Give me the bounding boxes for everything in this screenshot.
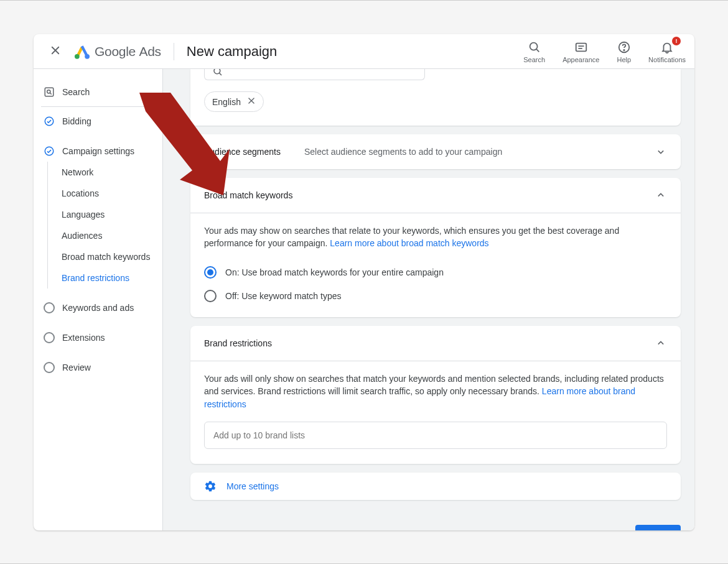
sidebar-item-keywords-ads[interactable]: Keywords and ads — [41, 297, 155, 318]
logo: Google Ads — [73, 44, 161, 59]
sidebar-review-label: Review — [62, 363, 91, 372]
chip-label: English — [212, 97, 241, 107]
svg-line-13 — [50, 93, 51, 94]
help-action[interactable]: Help — [617, 39, 631, 63]
broad-match-card: Broad match keywords Your ads may show o… — [190, 178, 681, 317]
page-title: New campaign — [187, 44, 278, 60]
sidebar-search-label: Search — [62, 87, 90, 97]
gear-icon — [204, 480, 217, 492]
sidebar-item-network[interactable]: Network — [48, 162, 155, 183]
topbar-actions: Search Appearance Help ! Notifications — [523, 39, 686, 63]
chevron-down-icon — [655, 146, 667, 158]
audience-title: Audience segments — [204, 147, 281, 157]
brand-restrictions-header[interactable]: Brand restrictions — [190, 326, 681, 361]
app-window: Google Ads New campaign Search Appearanc… — [34, 34, 694, 530]
next-button[interactable]: Next — [635, 525, 681, 530]
brand-restrictions-card: Brand restrictions Your ads will only sh… — [190, 326, 681, 464]
radio-icon — [204, 290, 217, 302]
brand-restrictions-title: Brand restrictions — [204, 338, 272, 348]
sidebar-subnav: Network Locations Languages Audiences Br… — [47, 162, 155, 289]
footer: Next — [190, 525, 681, 530]
more-settings-card: More settings — [190, 473, 681, 500]
chevron-up-icon — [655, 189, 667, 201]
broad-match-learn-more-link[interactable]: Learn more about broad match keywords — [330, 238, 488, 248]
sidebar-item-campaign-settings[interactable]: Campaign settings — [41, 141, 155, 162]
topbar-left: Google Ads New campaign — [46, 41, 277, 62]
more-settings-button[interactable]: More settings — [190, 473, 681, 500]
sidebar-item-bidding[interactable]: Bidding — [41, 111, 155, 132]
brand-text: Google Ads — [95, 44, 161, 59]
body: Search Bidding Campaign settings Network… — [34, 69, 694, 530]
divider — [174, 43, 174, 60]
svg-point-4 — [530, 43, 537, 50]
appearance-label: Appearance — [562, 56, 599, 63]
sidebar-item-search[interactable]: Search — [41, 81, 155, 103]
notification-badge: ! — [672, 37, 681, 45]
radio-off-label: Off: Use keyword match types — [225, 290, 341, 302]
broad-match-title: Broad match keywords — [204, 190, 292, 200]
sidebar: Search Bidding Campaign settings Network… — [34, 69, 163, 530]
circle-icon — [44, 362, 55, 373]
sidebar-item-review[interactable]: Review — [41, 357, 155, 378]
radio-icon — [204, 266, 217, 279]
search-action[interactable]: Search — [523, 39, 545, 63]
brand-thin: Ads — [139, 44, 161, 58]
sidebar-item-locations[interactable]: Locations — [48, 183, 155, 204]
svg-rect-11 — [45, 88, 54, 96]
brand-restrictions-body: Your ads will only show on searches that… — [190, 361, 681, 464]
chevron-up-icon — [655, 337, 667, 349]
brand-lists-input[interactable] — [204, 422, 667, 449]
radio-broad-on[interactable]: On: Use broad match keywords for your en… — [204, 266, 667, 279]
search-icon — [528, 40, 541, 54]
svg-line-5 — [536, 49, 539, 52]
help-icon — [617, 40, 631, 54]
language-chip-english[interactable]: English — [204, 91, 264, 112]
help-label: Help — [617, 56, 631, 63]
brand-bold: Google — [95, 44, 136, 58]
divider — [41, 106, 155, 107]
svg-point-3 — [85, 53, 90, 58]
sidebar-bidding-label: Bidding — [62, 116, 91, 126]
sidebar-item-brand-restrictions[interactable]: Brand restrictions — [48, 267, 155, 289]
sidebar-item-audiences[interactable]: Audiences — [48, 225, 155, 246]
svg-point-2 — [75, 53, 80, 58]
audience-hint: Select audience segments to add to your … — [304, 147, 502, 157]
notifications-label: Notifications — [648, 56, 686, 63]
svg-point-14 — [45, 117, 54, 126]
languages-card-partial: English — [190, 69, 681, 126]
topbar: Google Ads New campaign Search Appearanc… — [34, 34, 694, 69]
svg-point-12 — [47, 90, 50, 93]
svg-rect-6 — [576, 44, 587, 52]
appearance-action[interactable]: Appearance — [562, 39, 599, 63]
sidebar-campaign-settings-label: Campaign settings — [62, 146, 134, 156]
sidebar-item-languages[interactable]: Languages — [48, 204, 155, 225]
radio-on-label: On: Use broad match keywords for your en… — [225, 266, 444, 279]
google-ads-logo-icon — [73, 44, 90, 59]
close-icon[interactable] — [46, 41, 65, 62]
check-circle-icon — [44, 146, 55, 157]
sidebar-keywords-ads-label: Keywords and ads — [62, 303, 134, 313]
search-icon — [212, 69, 223, 77]
radio-broad-off[interactable]: Off: Use keyword match types — [204, 290, 667, 302]
search-square-icon — [44, 86, 55, 98]
svg-point-15 — [45, 147, 54, 155]
audience-card-header[interactable]: Audience segments Select audience segmen… — [190, 134, 681, 169]
search-label: Search — [523, 56, 545, 63]
broad-match-header[interactable]: Broad match keywords — [190, 178, 681, 213]
circle-icon — [44, 302, 55, 313]
more-settings-label: More settings — [226, 481, 279, 491]
svg-line-17 — [219, 73, 222, 75]
main-content: English Audience segments Select audienc… — [163, 69, 694, 530]
language-search-partial[interactable] — [204, 69, 425, 80]
svg-point-10 — [623, 50, 624, 50]
audience-segments-card: Audience segments Select audience segmen… — [190, 134, 681, 169]
broad-match-body: Your ads may show on searches that relat… — [190, 213, 681, 317]
sidebar-item-broad-match[interactable]: Broad match keywords — [48, 246, 155, 267]
check-circle-icon — [44, 116, 55, 127]
notifications-action[interactable]: ! Notifications — [648, 39, 686, 63]
sidebar-item-extensions[interactable]: Extensions — [41, 327, 155, 348]
appearance-icon — [574, 40, 588, 54]
sidebar-extensions-label: Extensions — [62, 333, 105, 343]
circle-icon — [44, 332, 55, 343]
chip-remove-icon[interactable] — [247, 96, 256, 107]
